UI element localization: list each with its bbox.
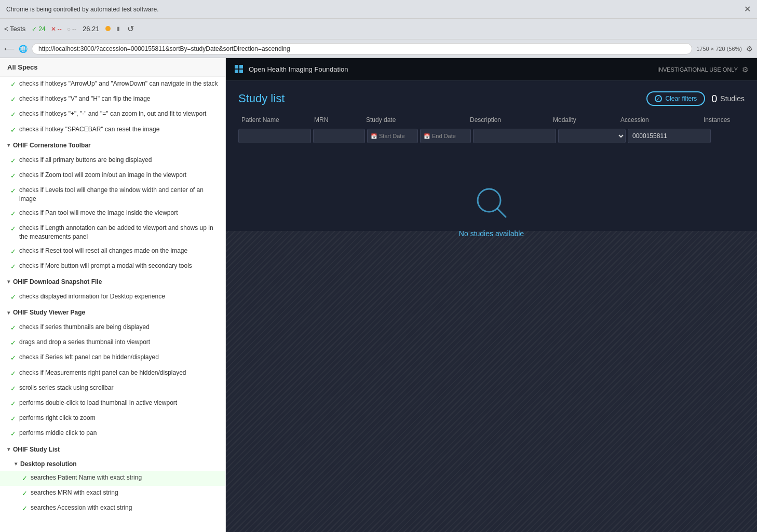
pending-count: ○ -- [67, 25, 76, 33]
pass-icon: ✓ [10, 110, 16, 119]
elapsed-time: 26.21 [83, 25, 100, 33]
chrome-automation-bar: Chrome is being controlled by automated … [0, 0, 757, 19]
test-item: ✓ checks if Zoom tool will zoom in/out a… [0, 168, 225, 183]
test-label: checks if Measurements right panel can b… [19, 369, 186, 377]
test-item: ✓ drags and drop a series thumbnail into… [0, 335, 225, 350]
test-label: checks if hotkeys "V" and "H" can flip t… [19, 94, 151, 103]
date-filter-group: 📅 Start Date 📅 End Date [367, 129, 471, 143]
pass-icon: ✓ [10, 293, 16, 302]
app-logo: Open Health Imaging Foundation [234, 64, 348, 75]
test-item: ✓ checks if series thumbnails are being … [0, 320, 225, 335]
caret-icon: ▾ [7, 310, 10, 316]
test-item: ✓ checks if Series left panel can be hid… [0, 350, 225, 365]
test-label: checks displayed information for Desktop… [19, 292, 165, 301]
striped-background [226, 231, 757, 532]
test-label: searches Accession with exact string [31, 503, 132, 512]
filter-inputs: 📅 Start Date 📅 End Date [238, 129, 745, 143]
caret-icon: ▾ [7, 446, 10, 452]
section-header-study-list[interactable]: ▾ OHIF Study List [0, 442, 225, 457]
pass-icon: ✓ [10, 384, 16, 393]
col-instances: Instances [701, 114, 753, 126]
pass-icon: ✓ [10, 171, 16, 181]
pass-icon: ✓ [10, 262, 16, 271]
navigate-back-icon[interactable]: ⟵ [4, 45, 15, 53]
sub-section-header-desktop[interactable]: ▾ Desktop resolution [0, 457, 225, 471]
col-modality: Modality [551, 114, 618, 126]
pass-icon: ✓ [10, 156, 16, 166]
test-item: ✓ checks if More button will prompt a mo… [0, 259, 225, 274]
chrome-close-button[interactable]: ✕ [744, 4, 751, 14]
description-filter[interactable] [473, 129, 556, 143]
col-description: Description [468, 114, 551, 126]
test-label: checks if Length annotation can be added… [19, 224, 218, 241]
start-date-filter[interactable]: 📅 Start Date [367, 129, 418, 143]
settings-icon[interactable]: ⚙ [746, 45, 753, 53]
test-item: ✓ checks if all primary buttons are bein… [0, 153, 225, 168]
test-label: searches MRN with exact string [31, 488, 118, 497]
patient-name-filter[interactable] [238, 129, 311, 143]
section-header-viewer[interactable]: ▾ OHIF Study Viewer Page [0, 305, 225, 320]
status-dot [105, 26, 111, 31]
svg-rect-1 [239, 65, 243, 69]
study-list-container: Study list ✓ Clear filters 0 Studies Pat… [226, 81, 757, 267]
col-patient-name: Patient Name [239, 114, 312, 126]
test-label: checks if Series left panel can be hidde… [19, 353, 159, 362]
fail-x: ✕ [51, 25, 56, 33]
app-header: Open Health Imaging Foundation INVESTIGA… [226, 58, 757, 81]
clear-filters-button[interactable]: ✓ Clear filters [646, 91, 705, 106]
pass-icon: ✓ [10, 80, 16, 89]
fail-count: ✕ -- [51, 25, 62, 33]
studies-count: 0 Studies [711, 93, 745, 105]
pause-icon: ⏸ [115, 25, 121, 33]
test-panel: All Specs ✓ checks if hotkeys "ArrowUp" … [0, 58, 226, 532]
mrn-filter[interactable] [313, 129, 365, 143]
accession-filter[interactable] [628, 129, 711, 143]
caret-icon: ▾ [15, 461, 17, 467]
app-header-right: INVESTIGATIONAL USE ONLY ⚙ [657, 65, 749, 74]
back-to-tests[interactable]: < Tests [4, 25, 25, 33]
settings-icon[interactable]: ⚙ [742, 65, 749, 74]
section-label: OHIF Study List [13, 446, 60, 453]
svg-rect-3 [239, 70, 243, 73]
table-headers: Patient Name MRN Study date Description … [238, 114, 745, 126]
study-list-right: ✓ Clear filters 0 Studies [646, 91, 745, 106]
col-study-date: Study date [364, 114, 468, 126]
ohif-logo-icon [234, 64, 245, 75]
pass-icon: ✓ [10, 186, 16, 196]
reload-button[interactable]: ↺ [127, 24, 134, 34]
col-accession: Accession [618, 114, 701, 126]
section-header-cornerstone[interactable]: ▾ OHIF Cornerstone Toolbar [0, 138, 225, 153]
calendar-icon: 📅 [424, 133, 430, 139]
test-item: ✓ checks if Measurements right panel can… [0, 366, 225, 381]
test-item: ✓ checks if Pan tool will move the image… [0, 206, 225, 221]
end-date-filter[interactable]: 📅 End Date [420, 129, 471, 143]
test-item: ✓ checks if hotkeys "ArrowUp" and "Arrow… [0, 77, 225, 92]
status-dot-container: ⏸ [105, 25, 121, 33]
no-studies-search-icon [474, 185, 510, 221]
pass-icon: ✓ [22, 489, 28, 498]
pass-icon: ✓ [10, 224, 16, 234]
navigate-globe-icon: 🌐 [19, 45, 28, 53]
col-mrn: MRN [312, 114, 364, 126]
section-header-download[interactable]: ▾ OHIF Download Snapshot File [0, 274, 225, 290]
test-item: ✓ checks displayed information for Deskt… [0, 290, 225, 305]
modality-filter[interactable] [558, 129, 626, 143]
test-item: ✓ checks if hotkeys "+", "-" and "=" can… [0, 107, 225, 122]
test-item: ✓ checks if hotkey "SPACEBAR" can reset … [0, 122, 225, 138]
pass-icon: ✓ [10, 369, 16, 378]
test-label: checks if Zoom tool will zoom in/out an … [19, 171, 186, 180]
start-date-label: Start Date [379, 133, 405, 139]
svg-line-5 [497, 209, 506, 217]
test-item: ✓ checks if Length annotation can be add… [0, 221, 225, 244]
pass-count: ✓ 24 [32, 25, 45, 33]
address-input[interactable] [32, 43, 692, 54]
test-label: checks if Pan tool will move the image i… [19, 209, 178, 217]
automation-message: Chrome is being controlled by automated … [6, 6, 158, 13]
pass-icon: ✓ [10, 323, 16, 333]
test-label: drags and drop a series thumbnail into v… [19, 338, 150, 347]
circle-check-icon: ✓ [655, 95, 662, 102]
test-item: ✓ performs middle click to pan [0, 426, 225, 441]
test-label: checks if Levels tool will change the wi… [19, 186, 218, 203]
test-item-highlighted: ✓ searches Patient Name with exact strin… [0, 471, 225, 486]
main-layout: All Specs ✓ checks if hotkeys "ArrowUp" … [0, 58, 757, 532]
